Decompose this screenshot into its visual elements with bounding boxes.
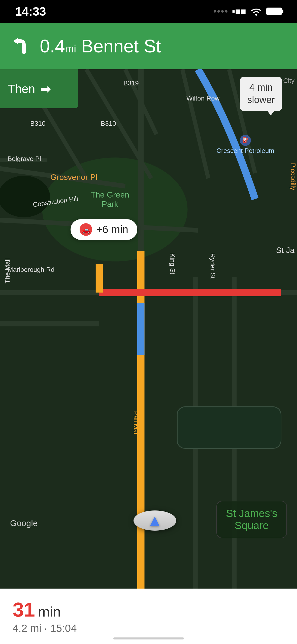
then-label: Then <box>8 82 35 96</box>
bottom-panel: 31 min 4.2 mi · 15:04 <box>0 589 297 644</box>
slower-time-bubble: 4 min slower <box>240 77 282 111</box>
status-icons: ▪■■ <box>214 6 282 17</box>
google-watermark: Google <box>10 518 38 528</box>
st-james-square-label: St James'sSquare <box>216 501 287 538</box>
home-bar <box>113 637 184 639</box>
svg-point-4 <box>0 176 50 217</box>
status-time: 14:33 <box>15 5 46 18</box>
then-direction-icon: ➡ <box>40 81 51 96</box>
gas-station-marker: ⛽ Crescent Petroleum <box>216 135 274 155</box>
gas-station-label: Crescent Petroleum <box>216 147 274 155</box>
wifi-icon <box>251 7 262 16</box>
then-box: Then ➡ <box>0 69 78 108</box>
delay-text: +6 min <box>96 223 128 236</box>
delay-bubble[interactable]: 🚗 +6 min <box>71 219 137 240</box>
eta-min-label: min <box>38 603 61 620</box>
svg-marker-1 <box>13 38 18 44</box>
map-area[interactable]: Belgrave Pl B319 B310 B310 Logan Ln Gros… <box>0 69 297 589</box>
status-bar: 14:33 ▪■■ <box>0 0 297 23</box>
gas-station-icon: ⛽ <box>240 135 251 146</box>
battery-icon <box>266 8 282 15</box>
location-marker: ▲ <box>134 510 176 531</box>
nav-distance: 0.4mi <box>40 37 76 55</box>
svg-point-3 <box>42 157 188 261</box>
svg-point-0 <box>255 14 257 16</box>
eta-details: 4.2 mi · 15:04 <box>13 622 284 634</box>
eta-row: 31 min <box>13 598 284 621</box>
signal-icon <box>214 10 227 13</box>
nav-header-content: 0.4mi Bennet St <box>10 35 161 57</box>
wifi-icon: ▪■■ <box>232 6 246 17</box>
delay-car-icon: 🚗 <box>80 223 92 236</box>
nav-header: 0.4mi Bennet St <box>0 23 297 69</box>
turn-arrow-container <box>10 35 33 57</box>
eta-minutes: 31 <box>13 598 35 621</box>
turn-left-arrow-icon <box>10 35 33 57</box>
location-oval: ▲ <box>134 510 176 531</box>
location-arrow-icon: ▲ <box>147 511 163 530</box>
svg-rect-22 <box>177 407 281 448</box>
nav-street-name: Bennet St <box>81 36 161 56</box>
